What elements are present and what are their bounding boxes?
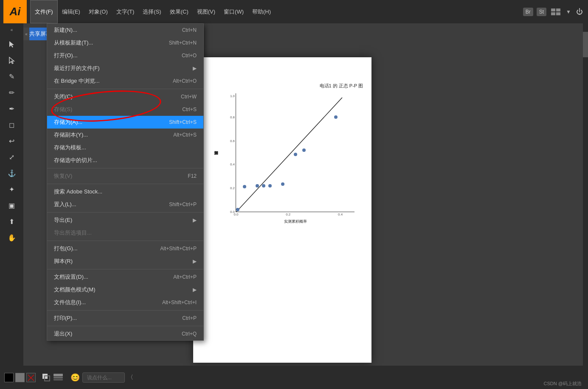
stroke-color-swatch[interactable]	[15, 373, 25, 382]
menu-item-close[interactable]: 关闭(C) Ctrl+W	[47, 90, 203, 103]
svg-rect-0	[551, 8, 555, 11]
chat-icon: 😊	[70, 373, 80, 382]
tool-symbol[interactable]: ▣	[4, 198, 20, 213]
menu-select[interactable]: 选择(S)	[138, 0, 165, 23]
tool-rotate[interactable]: ↩	[4, 133, 20, 148]
menu-text[interactable]: 文字(T)	[112, 0, 139, 23]
menu-effect[interactable]: 效果(C)	[166, 0, 193, 23]
x-tick-02: 0.2	[286, 213, 290, 216]
document-page: 电话1 的 正态 P-P 图 预期累积概率 0.0 0.2 0.4 0.6 0.…	[193, 57, 371, 363]
tool-scale[interactable]: ⤢	[4, 149, 20, 165]
left-toolbar: « ✎ ✏ ✒ ◻ ↩ ⤢ ⚓ ✦ ▣ ⬆ ✋	[0, 23, 23, 366]
tool-select[interactable]	[4, 36, 20, 52]
tool-warp[interactable]: ⚓	[4, 165, 20, 181]
tool-pen[interactable]: ✎	[4, 69, 20, 84]
fill-stroke-icon[interactable]	[42, 373, 51, 382]
app-logo: Ai	[3, 0, 27, 23]
file-dropdown-menu: 新建(N)... Ctrl+N 从模板新建(T)... Shift+Ctrl+N…	[47, 23, 204, 341]
tool-free-transform[interactable]: ✦	[4, 182, 20, 197]
tool-direct-select[interactable]	[4, 53, 20, 68]
x-tick-0: 0.0	[234, 213, 238, 216]
separator-2	[47, 168, 203, 168]
menu-object[interactable]: 对象(O)	[84, 0, 112, 23]
svg-rect-1	[556, 8, 560, 11]
menu-item-adobe-stock[interactable]: 搜索 Adobe Stock...	[47, 185, 203, 198]
menu-item-saveas[interactable]: 存储为(A)... Shift+Ctrl+S	[47, 116, 203, 129]
tool-shape[interactable]: ◻	[4, 117, 20, 132]
menu-item-package[interactable]: 打包(G)... Alt+Shift+Ctrl+P	[47, 242, 203, 255]
tool-pencil[interactable]: ✏	[4, 85, 20, 100]
svg-point-10	[281, 182, 284, 186]
menubar-right: Br St ▼ ⏻	[523, 7, 585, 17]
svg-point-12	[302, 148, 306, 152]
br-button[interactable]: Br	[523, 8, 533, 16]
menu-window[interactable]: 窗口(W)	[219, 0, 248, 23]
tool-column-graph[interactable]: ⬆	[4, 214, 20, 229]
svg-rect-2	[551, 12, 555, 15]
menu-item-savecopy[interactable]: 存储副本(Y)... Alt+Ctrl+S	[47, 129, 203, 141]
separator-8	[47, 326, 203, 326]
separator-4	[47, 212, 203, 213]
menu-item-file-info[interactable]: 文件信息(I)... Alt+Shift+Ctrl+I	[47, 296, 203, 309]
tool-brush[interactable]: ✒	[4, 101, 20, 116]
menu-item-recent[interactable]: 最近打开的文件(F) ▶	[47, 62, 203, 75]
menu-view[interactable]: 视图(V)	[193, 0, 219, 23]
svg-point-6	[243, 185, 246, 188]
menu-item-open[interactable]: 打开(O)... Ctrl+O	[47, 49, 203, 62]
svg-point-8	[262, 184, 265, 188]
menu-item-place[interactable]: 置入(L)... Shift+Ctrl+P	[47, 198, 203, 211]
menu-item-doc-color[interactable]: 文档颜色模式(M) ▶	[47, 283, 203, 296]
menu-item-save-template[interactable]: 存储为模板...	[47, 141, 203, 154]
menu-item-bridge[interactable]: 在 Bridge 中浏览... Alt+Ctrl+O	[47, 75, 203, 87]
separator-3	[47, 184, 203, 184]
chevron-down-icon[interactable]: ▼	[566, 9, 571, 15]
menu-edit[interactable]: 编辑(E)	[58, 0, 84, 23]
workspace-switcher[interactable]	[550, 8, 563, 16]
separator-7	[47, 310, 203, 311]
power-icon[interactable]: ⏻	[574, 7, 585, 17]
menu-item-save-slice[interactable]: 存储选中的切片...	[47, 154, 203, 167]
menu-file[interactable]: 文件(F)	[30, 0, 58, 23]
chat-area: 😊 〈	[70, 372, 133, 383]
svg-rect-3	[556, 12, 560, 15]
svg-point-9	[268, 184, 272, 188]
chart-container: 电话1 的 正态 P-P 图 预期累积概率 0.0 0.2 0.4 0.6 0.…	[219, 83, 363, 252]
menu-help[interactable]: 帮助(H)	[248, 0, 275, 23]
right-scrollbar[interactable]	[583, 23, 588, 366]
chat-input[interactable]	[82, 372, 125, 383]
fill-color-swatch[interactable]	[4, 373, 14, 382]
menu-item-new-template[interactable]: 从模板新建(T)... Shift+Ctrl+N	[47, 36, 203, 49]
scrollbar-thumb[interactable]	[583, 32, 588, 57]
tool-hand[interactable]: ✋	[4, 230, 20, 245]
bottom-icons	[42, 373, 63, 382]
menu-item-print[interactable]: 打印(P)... Ctrl+P	[47, 312, 203, 325]
st-button[interactable]: St	[537, 8, 546, 16]
svg-point-11	[294, 153, 297, 156]
menu-item-doc-setup[interactable]: 文档设置(D)... Alt+Ctrl+P	[47, 271, 203, 283]
svg-point-5	[236, 208, 239, 211]
menu-item-new[interactable]: 新建(N)... Ctrl+N	[47, 24, 203, 36]
layers-icon[interactable]	[53, 373, 63, 382]
menu-item-revert: 恢复(V) F12	[47, 170, 203, 182]
y-tick-06: 0.6	[230, 139, 236, 143]
svg-rect-18	[53, 379, 63, 381]
none-swatch[interactable]	[26, 373, 36, 382]
menu-item-quit[interactable]: 退出(X) Ctrl+Q	[47, 327, 203, 340]
toolbar-collapse-btn[interactable]: «	[8, 25, 16, 34]
menubar: Ai 文件(F) 编辑(E) 对象(O) 文字(T) 选择(S) 效果(C) 视…	[0, 0, 588, 23]
y-tick-10: 1.0	[230, 94, 236, 98]
svg-point-13	[334, 115, 338, 119]
chart-y-label: 预期累积概率	[218, 150, 222, 155]
bottom-bar: 😊 〈	[0, 366, 588, 389]
y-tick-02: 0.2	[230, 186, 236, 190]
chat-expand-arrow[interactable]: 〈	[127, 374, 133, 381]
svg-rect-16	[53, 374, 63, 376]
menu-item-scripts[interactable]: 脚本(R) ▶	[47, 255, 203, 268]
chart-x-label: 实测累积概率	[236, 219, 354, 224]
separator-5	[47, 241, 203, 241]
menu-item-export[interactable]: 导出(E) ▶	[47, 214, 203, 227]
chart-dots	[236, 93, 354, 212]
chart-title: 电话1 的 正态 P-P 图	[219, 83, 363, 89]
panel-collapse-btn[interactable]: «	[23, 28, 29, 40]
svg-rect-17	[53, 377, 63, 378]
